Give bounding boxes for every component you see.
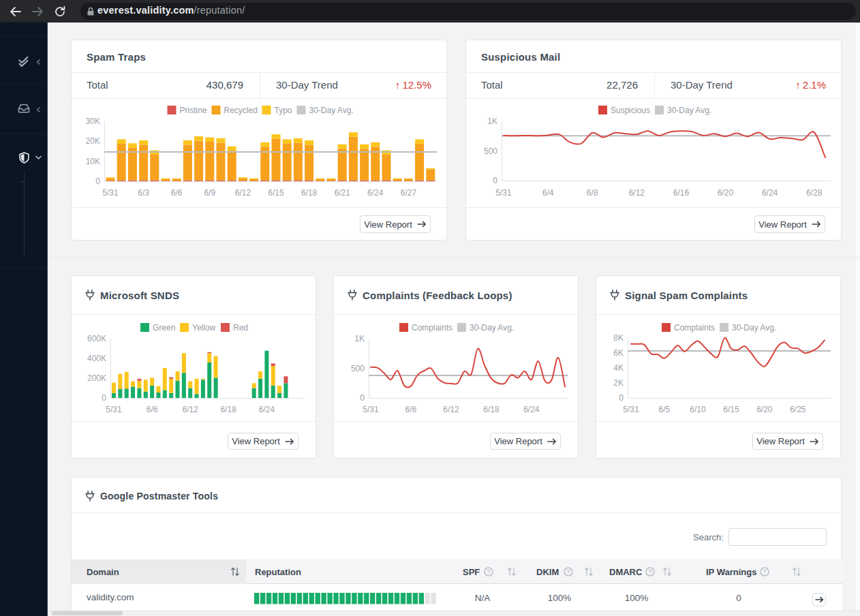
svg-text:Complaints: Complaints xyxy=(412,323,452,333)
svg-text:6/3: 6/3 xyxy=(138,188,149,198)
svg-text:2K: 2K xyxy=(613,378,624,388)
svg-text:6/12: 6/12 xyxy=(235,188,251,198)
svg-text:400K: 400K xyxy=(87,354,106,363)
svg-text:5/31: 5/31 xyxy=(102,188,119,198)
svg-text:8K: 8K xyxy=(613,333,624,343)
svg-text:6K: 6K xyxy=(613,348,624,358)
svg-text:6/8: 6/8 xyxy=(587,188,598,198)
svg-text:6/24: 6/24 xyxy=(523,405,540,414)
svg-text:6/10: 6/10 xyxy=(690,405,706,414)
svg-text:20K: 20K xyxy=(86,136,100,146)
svg-text:?: ? xyxy=(648,568,651,575)
svg-text:0: 0 xyxy=(102,393,106,403)
svg-text:6/20: 6/20 xyxy=(718,188,734,198)
svg-text:Typo: Typo xyxy=(275,106,292,115)
svg-text:6/12: 6/12 xyxy=(629,188,645,198)
svg-text:1K: 1K xyxy=(354,334,365,343)
svg-text:30-Day Avg.: 30-Day Avg. xyxy=(667,106,711,115)
svg-text:6/5: 6/5 xyxy=(659,405,671,414)
svg-text:DMARC: DMARC xyxy=(609,567,643,577)
svg-text:30-Day Avg.: 30-Day Avg. xyxy=(309,106,354,115)
svg-text:6/21: 6/21 xyxy=(335,188,351,198)
svg-text:6/12: 6/12 xyxy=(183,405,199,414)
svg-text:Yellow: Yellow xyxy=(192,323,216,333)
svg-text:6/12: 6/12 xyxy=(443,405,459,414)
svg-text:6/6: 6/6 xyxy=(147,405,158,414)
svg-text:6/24: 6/24 xyxy=(762,188,778,198)
svg-text:Suspicious: Suspicious xyxy=(611,106,650,115)
svg-text:0: 0 xyxy=(95,176,100,186)
svg-text:0: 0 xyxy=(619,393,624,403)
svg-text:?: ? xyxy=(566,568,570,575)
svg-text:600K: 600K xyxy=(87,334,106,343)
svg-text:Green: Green xyxy=(153,323,175,333)
svg-text:6/18: 6/18 xyxy=(301,188,318,198)
svg-text:200K: 200K xyxy=(87,373,106,383)
svg-text:?: ? xyxy=(763,568,766,575)
svg-text:5/31: 5/31 xyxy=(363,405,379,414)
svg-text:Pristine: Pristine xyxy=(180,106,207,115)
svg-text:10K: 10K xyxy=(86,157,100,166)
svg-text:Reputation: Reputation xyxy=(255,567,301,577)
svg-text:30K: 30K xyxy=(86,117,100,126)
svg-text:6/25: 6/25 xyxy=(790,405,806,414)
svg-text:1K: 1K xyxy=(487,117,497,126)
svg-text:6/20: 6/20 xyxy=(756,405,773,414)
svg-text:500: 500 xyxy=(484,147,497,156)
svg-text:6/4: 6/4 xyxy=(542,188,554,198)
svg-text:6/15: 6/15 xyxy=(723,405,739,414)
svg-text:Complaints: Complaints xyxy=(674,323,715,333)
svg-text:?: ? xyxy=(487,568,490,575)
svg-text:Domain: Domain xyxy=(87,567,119,577)
svg-text:6/18: 6/18 xyxy=(483,405,500,414)
svg-text:6/28: 6/28 xyxy=(806,188,823,198)
svg-text:0: 0 xyxy=(493,176,497,185)
svg-text:30-Day Avg.: 30-Day Avg. xyxy=(732,323,776,333)
svg-text:6/16: 6/16 xyxy=(673,188,690,198)
svg-text:6/6: 6/6 xyxy=(405,405,417,414)
svg-text:500: 500 xyxy=(351,364,365,373)
svg-text:6/18: 6/18 xyxy=(221,405,237,414)
svg-text:30-Day Avg.: 30-Day Avg. xyxy=(470,323,514,333)
svg-text:Recycled: Recycled xyxy=(224,106,258,115)
svg-text:5/31: 5/31 xyxy=(106,405,122,414)
svg-text:6/27: 6/27 xyxy=(401,188,417,198)
svg-text:SPF: SPF xyxy=(463,567,480,577)
svg-text:IP Warnings: IP Warnings xyxy=(706,567,756,577)
svg-text:5/31: 5/31 xyxy=(495,188,512,198)
svg-text:4K: 4K xyxy=(613,363,624,373)
svg-text:0: 0 xyxy=(360,393,365,403)
svg-text:6/24: 6/24 xyxy=(259,405,275,414)
svg-text:DKIM: DKIM xyxy=(536,567,559,577)
svg-text:Red: Red xyxy=(233,323,248,333)
svg-text:5/31: 5/31 xyxy=(623,405,639,414)
svg-text:6/6: 6/6 xyxy=(171,188,183,198)
svg-text:6/15: 6/15 xyxy=(268,188,284,198)
svg-text:6/9: 6/9 xyxy=(204,188,215,198)
svg-text:6/24: 6/24 xyxy=(367,188,384,198)
